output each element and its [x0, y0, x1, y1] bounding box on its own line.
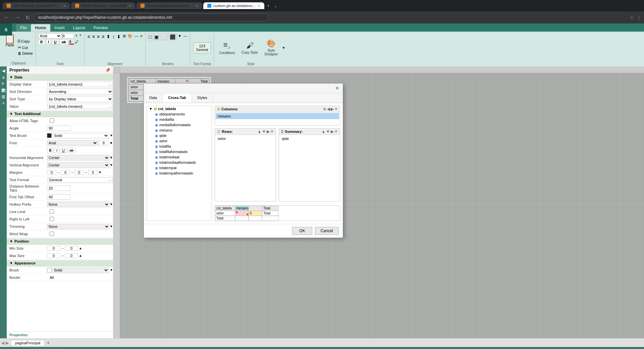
tree-item-mesano[interactable]: ▣ mesano — [147, 128, 212, 133]
font-size-prop[interactable] — [99, 141, 109, 145]
min-size-h[interactable] — [65, 246, 78, 251]
tree-item-totalmediaat[interactable]: ▣ totalmediaat — [147, 154, 212, 160]
browser-tab-2[interactable]: Viewer Options :: Stimulsoft ✕ — [71, 2, 135, 9]
trimming-arrow[interactable]: ▼ — [110, 225, 113, 228]
prop-value-input[interactable]: … — [47, 104, 113, 109]
indent-btn[interactable]: ⊞ — [122, 33, 126, 40]
browser-tab-4[interactable]: custom.gtr.ao.totalatenc... ✕ — [203, 2, 264, 9]
more-tabs-btn[interactable]: ⌄ — [272, 2, 279, 10]
prop-display-value-input[interactable]: … — [47, 82, 113, 87]
ribbon-tab-preview[interactable]: Preview — [90, 24, 112, 32]
dialog-cancel-btn[interactable]: Cancel — [315, 227, 339, 235]
dialog-ok-btn[interactable]: OK — [292, 227, 312, 235]
text-format-more[interactable]: … — [108, 178, 112, 182]
reload-btn[interactable]: ↻ — [24, 13, 31, 22]
border-none-btn[interactable]: ⬜ — [160, 33, 168, 41]
tree-item-totalempat[interactable]: ▣ totalempat — [147, 165, 212, 170]
strikethrough-prop-btn[interactable]: ab — [67, 148, 75, 153]
v-align-select[interactable]: Center — [47, 162, 110, 168]
brush-arrow[interactable]: ▼ — [110, 268, 113, 272]
more-align-btn[interactable]: ≡ — [140, 33, 143, 40]
ribbon-tab-home[interactable]: Home — [31, 24, 50, 32]
summary-up-btn[interactable]: ▲ — [321, 129, 325, 134]
tree-item-totalempatformatado[interactable]: ▣ totalempatformatado — [147, 170, 212, 176]
underline-btn[interactable]: U — [52, 39, 59, 45]
rows-down-btn[interactable]: ▼ — [262, 129, 266, 134]
new-tab-btn[interactable]: + — [266, 2, 271, 10]
align-middle-btn[interactable]: ↕ — [112, 33, 115, 40]
align-right-btn[interactable]: ≡ — [96, 33, 100, 40]
margin-bottom[interactable] — [88, 170, 98, 175]
first-tab-input[interactable] — [47, 194, 70, 200]
align-bottom-btn[interactable]: ⬇ — [116, 33, 121, 40]
display-value-more-btn[interactable]: … — [108, 82, 112, 86]
strikethrough-btn[interactable]: ab — [60, 39, 68, 45]
section-text-additional-header[interactable]: ▼ Text Additional — [7, 111, 113, 117]
allow-html-checkbox[interactable] — [50, 118, 54, 123]
tree-item-totalfila[interactable]: ▣ totalfila — [147, 144, 212, 149]
display-value-field[interactable] — [48, 82, 108, 87]
tree-item-setor[interactable]: ▣ setor — [147, 138, 212, 144]
textformat-btn[interactable]: 123 General — [193, 42, 211, 53]
border-color-btn[interactable]: ▼ — [177, 33, 182, 41]
browser-tab-1[interactable]: User Manual, Developer FA... ✕ — [3, 2, 70, 9]
font-size-up[interactable]: ▼ — [79, 33, 82, 39]
section-data-header[interactable]: ▼ Data — [7, 74, 113, 81]
delete-btn[interactable]: 🗑 Delete — [17, 51, 34, 56]
tree-item-mediafilaformatado[interactable]: ▣ mediafilaformatado — [147, 122, 212, 128]
side-icon-2[interactable]: ⚙ — [2, 76, 5, 80]
side-icon-6[interactable]: ✕ — [2, 101, 5, 105]
text-brush-more[interactable]: ▼ — [110, 134, 113, 137]
properties-pin-btn[interactable]: 📌 — [105, 68, 110, 72]
min-size-w[interactable] — [47, 246, 60, 251]
ribbon-tab-layout[interactable]: Layout — [69, 24, 89, 32]
wordwrap-checkbox[interactable] — [50, 232, 54, 236]
tree-item-totalfilaformatado[interactable]: ▣ totalfilaformatado — [147, 149, 212, 154]
align-center-btn[interactable]: ≡ — [92, 33, 96, 40]
summary-down-btn[interactable]: ▼ — [326, 129, 330, 134]
style-more-btn[interactable]: ▼ — [282, 46, 285, 50]
h-align-arrow[interactable]: ▼ — [110, 156, 113, 159]
underline-prop-btn[interactable]: U — [60, 148, 67, 153]
menu-btn[interactable]: ⋮ — [637, 15, 641, 20]
side-icon-3[interactable]: 🔍 — [1, 82, 5, 86]
trimming-select[interactable]: None — [47, 224, 110, 229]
hotkey-select[interactable]: None — [47, 202, 110, 207]
tree-item-totalmediaatformatado[interactable]: ▣ totalmediaatformatado — [147, 160, 212, 165]
bookmarks-btn[interactable]: ☆ — [630, 15, 634, 20]
tree-item-mediafila[interactable]: ▣ mediafila — [147, 117, 212, 122]
columns-right-btn[interactable]: ▶ — [331, 107, 334, 111]
columns-left-btn[interactable]: ◀ — [327, 107, 330, 111]
side-icon-5[interactable]: 🖼 — [2, 95, 5, 99]
font-size-down-arrow[interactable]: ▼ — [109, 141, 113, 145]
back-btn[interactable]: ← — [3, 13, 11, 22]
line-limit-checkbox[interactable] — [50, 209, 54, 214]
brush-color[interactable] — [47, 268, 52, 272]
browser-tab-3[interactable]: crossdataband assistance ... ✕ — [137, 2, 202, 9]
brush-select[interactable]: Solid — [52, 267, 109, 273]
section-appearance-header[interactable]: ▼ Appearance — [7, 260, 113, 266]
max-size-h[interactable] — [65, 253, 78, 258]
forward-btn[interactable]: → — [13, 13, 21, 22]
properties-tab-btn[interactable]: Properties — [9, 333, 28, 337]
ribbon-tab-insert[interactable]: Insert — [51, 24, 69, 32]
style-designer-btn[interactable]: 🎨 Style Designer — [262, 34, 281, 61]
value-field[interactable] — [48, 104, 108, 109]
copy-btn[interactable]: ⎘ Copy — [17, 38, 34, 44]
border-style-btn[interactable]: — — [183, 33, 188, 41]
page-nav-prev[interactable]: ◀ — [1, 341, 4, 345]
ribbon-tab-file[interactable]: File — [16, 24, 31, 32]
margin-right[interactable] — [74, 170, 84, 175]
rows-add-btn[interactable]: ▶ — [267, 129, 270, 134]
tree-item-iddepartamento[interactable]: ▣ iddepartamento — [147, 111, 212, 117]
section-position-header[interactable]: ▼ Position — [7, 238, 113, 245]
add-page-btn[interactable]: + — [45, 339, 52, 347]
text-brush-color[interactable] — [47, 133, 52, 138]
border-bottom-btn[interactable]: ⬛ — [169, 33, 176, 41]
font-family-select[interactable]: Arial — [47, 140, 98, 146]
color-fill-btn[interactable]: 🎨 — [127, 33, 133, 40]
rtl-checkbox[interactable] — [50, 217, 54, 221]
copy-style-btn[interactable]: 🖌 Copy Style — [239, 34, 260, 61]
align-left-btn[interactable]: ≡ — [87, 33, 91, 40]
max-size-w[interactable] — [47, 253, 60, 258]
